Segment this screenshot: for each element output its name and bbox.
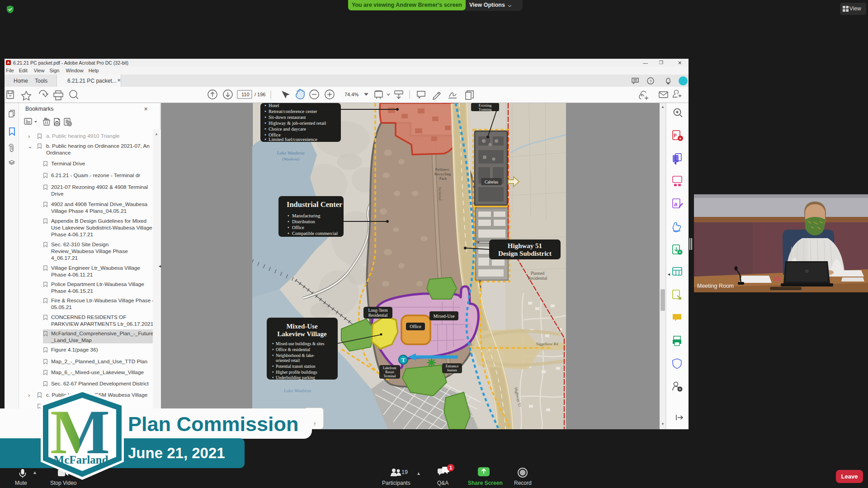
svg-text:a: a xyxy=(674,201,677,207)
svg-text:Underbuilding parking: Underbuilding parking xyxy=(276,375,315,380)
svg-text:Pellitteri: Pellitteri xyxy=(435,167,449,172)
svg-text:Long-Term: Long-Term xyxy=(368,308,388,313)
svg-text:•: • xyxy=(272,375,274,380)
svg-text:Compatible commercial: Compatible commercial xyxy=(292,231,338,236)
svg-text:Entrance: Entrance xyxy=(446,364,459,368)
svg-text:•: • xyxy=(272,342,274,346)
svg-text:Office: Office xyxy=(410,324,421,329)
svg-text:Hotel: Hotel xyxy=(269,103,279,108)
svg-text:Distribution: Distribution xyxy=(292,219,316,224)
svg-text:T: T xyxy=(401,357,406,363)
svg-text:•: • xyxy=(288,219,289,224)
svg-text:Choice and daycare: Choice and daycare xyxy=(269,127,306,131)
svg-text:Park: Park xyxy=(439,176,447,181)
svg-text:feature: feature xyxy=(447,368,458,372)
svg-text:Design Subdistrict: Design Subdistrict xyxy=(498,250,552,257)
svg-text:Mixed-Use: Mixed-Use xyxy=(286,323,317,330)
svg-text:Terminal: Terminal xyxy=(384,374,396,378)
svg-text:/ 196: / 196 xyxy=(255,92,265,97)
svg-text:oriented retail: oriented retail xyxy=(276,358,300,363)
svg-text:Lake Waubesa: Lake Waubesa xyxy=(283,388,311,393)
svg-text:Potential transit station: Potential transit station xyxy=(276,364,316,369)
svg-text:•: • xyxy=(264,114,266,120)
svg-text:?: ? xyxy=(649,79,651,84)
svg-text:Office: Office xyxy=(292,225,304,230)
svg-text:Office & residential: Office & residential xyxy=(276,347,310,352)
svg-text:Lakefront: Lakefront xyxy=(383,366,396,370)
svg-text:Terminal: Terminal xyxy=(438,187,443,201)
svg-text:Sit-down restaurant: Sit-down restaurant xyxy=(269,115,306,120)
svg-text:•: • xyxy=(288,231,289,236)
svg-text:Mixed-use buildings & sites: Mixed-use buildings & sites xyxy=(276,342,325,346)
svg-text:Residential: Residential xyxy=(528,276,547,281)
svg-text:Meeting Room: Meeting Room xyxy=(697,283,734,289)
svg-text:Recycling: Recycling xyxy=(434,172,451,176)
svg-text:•: • xyxy=(288,225,289,230)
svg-text:Siggelkow Rd: Siggelkow Rd xyxy=(536,342,558,346)
svg-text:Higher profile buildings: Higher profile buildings xyxy=(276,370,317,375)
svg-text:Cabelas: Cabelas xyxy=(485,180,498,184)
svg-text:110: 110 xyxy=(241,92,250,97)
svg-text:Retreat/conference center: Retreat/conference center xyxy=(269,109,317,114)
svg-text:•: • xyxy=(272,364,274,369)
svg-text:•: • xyxy=(264,136,266,142)
svg-text:74.4%: 74.4% xyxy=(344,92,359,97)
svg-text:•: • xyxy=(264,103,266,108)
svg-text:1: 1 xyxy=(449,465,452,470)
svg-text:y: y xyxy=(314,421,316,426)
svg-text:(Waubesa): (Waubesa) xyxy=(282,157,299,161)
svg-text:•: • xyxy=(272,370,274,375)
svg-text:P: P xyxy=(674,133,677,138)
svg-text:Manufacturing: Manufacturing xyxy=(292,213,321,218)
svg-text:Limited fuel/convenience: Limited fuel/convenience xyxy=(269,137,317,142)
svg-text:•: • xyxy=(272,347,274,352)
svg-text:Residential: Residential xyxy=(368,313,388,318)
svg-text:Mixed-Use: Mixed-Use xyxy=(433,314,455,319)
svg-text:Training: Training xyxy=(479,107,492,112)
svg-text:+: + xyxy=(679,136,681,141)
svg-text:•: • xyxy=(264,120,266,126)
svg-text:Neighborhood & lake-: Neighborhood & lake- xyxy=(276,353,315,358)
svg-text:•: • xyxy=(272,353,274,358)
svg-text:Lakeview Village: Lakeview Village xyxy=(277,330,327,338)
svg-text:Highway 51: Highway 51 xyxy=(508,242,542,249)
svg-text:•: • xyxy=(264,108,266,114)
svg-text:Industrial Center: Industrial Center xyxy=(287,200,342,209)
svg-text:•: • xyxy=(264,126,266,131)
svg-text:Highway & job-oriented retail: Highway & job-oriented retail xyxy=(269,121,326,126)
svg-text:Planned: Planned xyxy=(531,271,545,276)
svg-text:•: • xyxy=(288,213,289,218)
svg-text:Resort: Resort xyxy=(385,370,394,374)
svg-text:McFarland: McFarland xyxy=(54,454,108,466)
svg-text:Lake Waubesa: Lake Waubesa xyxy=(277,150,305,155)
